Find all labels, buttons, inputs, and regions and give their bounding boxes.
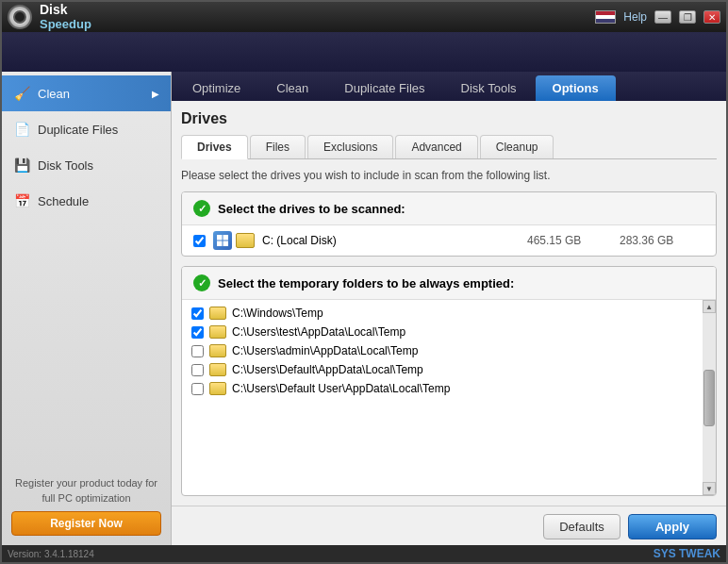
- temp-status-icon: ✓: [193, 274, 210, 291]
- temp-folder-path-3: C:\Users\Default\AppData\Local\Temp: [232, 363, 423, 376]
- temp-folder-path-2: C:\Users\admin\AppData\Local\Temp: [232, 344, 418, 357]
- drive-c-name: C: (Local Disk): [262, 234, 520, 247]
- temp-folder-row-4: C:\Users\Default User\AppData\Local\Temp: [190, 379, 699, 398]
- close-button[interactable]: ✕: [703, 10, 720, 24]
- scroll-up-arrow[interactable]: ▲: [703, 300, 716, 313]
- nav-tab-options[interactable]: Options: [536, 75, 616, 101]
- drive-folder-icon: [236, 233, 255, 248]
- svg-rect-1: [223, 235, 229, 241]
- content-area: Drives Drives Files Exclusions Advanced …: [172, 101, 726, 506]
- temp-folder-row-1: C:\Users\test\AppData\Local\Temp: [190, 323, 699, 341]
- nav-tab-row: Optimize Clean Duplicate Files Disk Tool…: [172, 72, 726, 101]
- scroll-down-arrow[interactable]: ▼: [703, 482, 716, 495]
- drive-row-c: C: (Local Disk) 465.15 GB 283.36 GB: [182, 225, 716, 256]
- scrollbar-thumb[interactable]: [703, 370, 715, 426]
- version-bar: Version: 3.4.1.18124 SYS TWEAK: [2, 545, 726, 562]
- content-title: Drives: [181, 110, 717, 127]
- temp-folder-checkbox-2[interactable]: [191, 345, 204, 357]
- footer-bar: Defaults Apply: [172, 506, 726, 545]
- title-bar-left: Disk Speedup: [8, 3, 91, 31]
- temp-folder-row-0: C:\Windows\Temp: [190, 304, 699, 323]
- temp-section-title: Select the temporary folders to be alway…: [218, 276, 514, 290]
- sidebar: 🧹 Clean ▶ 📄 Duplicate Files 💾 Disk Tools…: [2, 72, 172, 545]
- inner-tab-cleanup[interactable]: Cleanup: [480, 135, 554, 158]
- inner-tab-exclusions[interactable]: Exclusions: [307, 135, 393, 158]
- systweak-logo: SYS TWEAK: [654, 547, 720, 560]
- sidebar-label-clean: Clean: [38, 87, 70, 101]
- title-bar-right: Help — ❒ ✕: [595, 10, 720, 24]
- sidebar-item-clean[interactable]: 🧹 Clean ▶: [2, 75, 171, 111]
- main-layout: 🧹 Clean ▶ 📄 Duplicate Files 💾 Disk Tools…: [2, 72, 726, 545]
- logo-inner-circle: [13, 10, 26, 24]
- sidebar-item-schedule[interactable]: 📅 Schedule: [2, 183, 171, 219]
- description-text: Please select the drives you wish to inc…: [181, 169, 717, 182]
- drive-c-checkbox[interactable]: [193, 235, 206, 247]
- drives-section-header: ✓ Select the drives to be scanned:: [182, 192, 716, 225]
- inner-tab-drives[interactable]: Drives: [181, 135, 248, 159]
- title-bar: Disk Speedup Help — ❒ ✕: [2, 2, 726, 32]
- version-text: Version: 3.4.1.18124: [8, 549, 94, 559]
- sidebar-label-schedule: Schedule: [38, 194, 89, 208]
- temp-folder-checkbox-4[interactable]: [191, 383, 204, 395]
- sidebar-footer: Register your product today for full PC …: [2, 467, 171, 545]
- nav-tab-optimize[interactable]: Optimize: [175, 75, 257, 101]
- temp-scrollbar[interactable]: ▲ ▼: [703, 300, 716, 495]
- temp-folders-list: C:\Windows\Temp C:\Users\test\AppData\Lo…: [182, 300, 716, 495]
- register-now-button[interactable]: Register Now: [11, 511, 161, 536]
- drives-section-title: Select the drives to be scanned:: [218, 202, 405, 216]
- app-logo-icon: [8, 5, 32, 29]
- temp-folder-path-0: C:\Windows\Temp: [232, 307, 323, 320]
- temp-folder-row-2: C:\Users\admin\AppData\Local\Temp: [190, 341, 699, 360]
- clean-icon: 🧹: [13, 85, 30, 102]
- folder-icon-1: [209, 325, 226, 339]
- sidebar-label-disk-tools: Disk Tools: [38, 158, 93, 173]
- folder-icon-4: [209, 382, 226, 395]
- restore-button[interactable]: ❒: [679, 10, 696, 24]
- svg-rect-3: [223, 241, 229, 247]
- nav-bar: [2, 32, 726, 72]
- folder-icon-0: [209, 307, 226, 320]
- language-flag-icon[interactable]: [595, 10, 616, 24]
- apply-button[interactable]: Apply: [628, 514, 717, 539]
- duplicate-files-icon: 📄: [13, 121, 30, 138]
- folder-icon-2: [209, 344, 226, 357]
- drives-section-box: ✓ Select the drives to be scanned: C: (L…: [181, 191, 717, 257]
- minimize-button[interactable]: —: [654, 10, 671, 24]
- svg-rect-2: [217, 241, 223, 247]
- nav-tab-duplicate-files[interactable]: Duplicate Files: [327, 75, 441, 101]
- folder-icon-3: [209, 363, 226, 376]
- temp-folder-row-3: C:\Users\Default\AppData\Local\Temp: [190, 360, 699, 379]
- sidebar-arrow-clean: ▶: [152, 89, 159, 99]
- drive-c-free: 283.36 GB: [620, 234, 704, 247]
- drive-c-size: 465.15 GB: [527, 234, 612, 247]
- sidebar-item-duplicate-files[interactable]: 📄 Duplicate Files: [2, 111, 171, 147]
- temp-section-header: ✓ Select the temporary folders to be alw…: [182, 267, 716, 300]
- inner-tab-files[interactable]: Files: [250, 135, 306, 158]
- temp-folder-checkbox-1[interactable]: [191, 326, 204, 339]
- nav-tab-clean[interactable]: Clean: [259, 75, 325, 101]
- temp-folder-path-1: C:\Users\test\AppData\Local\Temp: [232, 325, 405, 339]
- drives-status-icon: ✓: [193, 200, 210, 217]
- temp-folder-checkbox-3[interactable]: [191, 364, 204, 376]
- sidebar-label-duplicate-files: Duplicate Files: [38, 123, 118, 137]
- register-promo-text: Register your product today for full PC …: [11, 476, 161, 506]
- nav-tab-disk-tools[interactable]: Disk Tools: [444, 75, 534, 101]
- inner-tabs: Drives Files Exclusions Advanced Cleanup: [181, 135, 717, 159]
- help-link[interactable]: Help: [623, 10, 647, 24]
- temp-section-box: ✓ Select the temporary folders to be alw…: [181, 266, 717, 496]
- app-name-speedup: Speedup: [40, 18, 91, 31]
- inner-tab-advanced[interactable]: Advanced: [395, 135, 477, 158]
- defaults-button[interactable]: Defaults: [543, 514, 620, 539]
- disk-tools-icon: 💾: [13, 157, 30, 174]
- app-title: Disk Speedup: [40, 3, 91, 31]
- svg-rect-0: [217, 235, 223, 241]
- app-name-disk: Disk: [40, 3, 91, 17]
- temp-folder-path-4: C:\Users\Default User\AppData\Local\Temp: [232, 382, 450, 395]
- sidebar-item-disk-tools[interactable]: 💾 Disk Tools: [2, 147, 171, 183]
- schedule-icon: 📅: [13, 192, 30, 209]
- main-window: Disk Speedup Help — ❒ ✕ 🧹 Clean ▶ 📄 Dupl…: [0, 0, 728, 564]
- temp-folder-checkbox-0[interactable]: [191, 307, 204, 320]
- windows-icon: [213, 231, 232, 250]
